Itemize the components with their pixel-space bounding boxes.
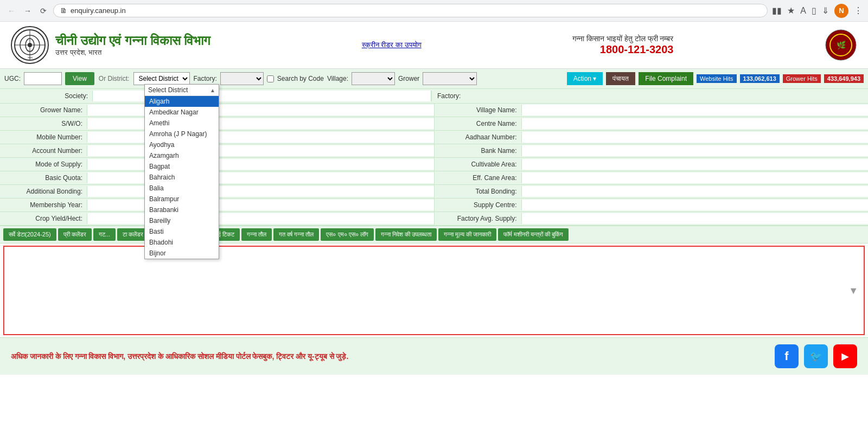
- grower-label: Grower: [398, 75, 419, 82]
- district-list-item[interactable]: Ayodhya: [145, 139, 219, 150]
- tab-button-1[interactable]: प्री कलेंडर: [58, 228, 92, 241]
- factory-select[interactable]: [220, 72, 264, 85]
- ugc-label: UGC:: [4, 75, 21, 82]
- toll-free-number: 1800-121-3203: [572, 43, 673, 56]
- district-list-item[interactable]: Barabanki: [145, 204, 219, 215]
- site-header: भारत चीनी उद्योग एवं गन्ना विकास विभाग उ…: [0, 22, 868, 69]
- download-icon[interactable]: ⇓: [822, 5, 829, 16]
- tab-button-0[interactable]: सर्वे डेटा(2024-25): [3, 228, 56, 241]
- tab-button-10[interactable]: गन्ना मूल्य की जानकारी: [438, 228, 496, 241]
- tab-button-8[interactable]: एस० एम० एस० लॉग: [321, 228, 373, 241]
- back-button[interactable]: ←: [5, 4, 17, 17]
- forward-button[interactable]: →: [22, 4, 34, 17]
- form-area: Society: Factory: Grower Name: Village N…: [0, 89, 868, 226]
- youtube-icon[interactable]: ▶: [833, 344, 857, 368]
- site-title: चीनी उद्योग एवं गन्ना विकास विभाग उत्तर …: [55, 33, 210, 57]
- factory-label: Factory:: [193, 75, 216, 82]
- scroll-arrow-icon: ▲: [210, 87, 215, 93]
- factory-form-label: Factory:: [437, 92, 461, 100]
- tab-button-11[interactable]: फॉर्म मशीनरी यन्त्रों की बुकिंग: [498, 228, 569, 241]
- url-text: enquiry.caneup.in: [71, 7, 126, 15]
- menu-icon[interactable]: ⋮: [854, 5, 863, 16]
- district-list-item[interactable]: Bijnor: [145, 248, 219, 259]
- site-icon: 🗎: [60, 7, 67, 15]
- search-by-code-checkbox[interactable]: [267, 75, 274, 82]
- right-logo: 🌿: [825, 29, 857, 61]
- dept-subtitle: उत्तर प्रदेश, भारत: [55, 48, 210, 57]
- grower-hits-value: 433,649,943: [824, 74, 864, 83]
- grower-select[interactable]: [423, 72, 477, 85]
- social-icons: f 🐦 ▶: [775, 344, 857, 368]
- district-list-item[interactable]: Amroha (J P Nagar): [145, 129, 219, 139]
- or-district-label: Or District:: [99, 75, 130, 82]
- screen-reader-link[interactable]: स्क्रीन रीडर का उपयोग: [362, 41, 422, 49]
- browser-profile[interactable]: N: [834, 4, 848, 18]
- tabs-row: सर्वे डेटा(2024-25)प्री कलेंडरगट...टा कल…: [0, 226, 868, 243]
- svg-text:🌿: 🌿: [836, 41, 846, 50]
- district-list-item[interactable]: Balia: [145, 183, 219, 194]
- complaint-button[interactable]: File Complaint: [639, 72, 693, 85]
- district-list-item[interactable]: Basti: [145, 226, 219, 237]
- tab-button-6[interactable]: गन्ना तौल: [241, 228, 272, 241]
- dropdown-title: Select District: [148, 86, 188, 94]
- site-logo: भारत: [11, 26, 49, 64]
- district-list[interactable]: AligarhAmbedkar NagarAmethiAmroha (J P N…: [145, 96, 219, 259]
- district-dropdown: Select District ▲ AligarhAmbedkar NagarA…: [144, 84, 219, 259]
- action-button[interactable]: Action ▾: [567, 72, 603, 85]
- browser-chrome: ← → ⟳ 🗎 enquiry.caneup.in ▮▮ ★ A ▯ ⇓ N ⋮: [0, 0, 868, 22]
- panchayat-button[interactable]: पंचायत: [606, 72, 635, 85]
- dropdown-header: Select District ▲: [145, 85, 219, 96]
- district-list-item[interactable]: Bahraich: [145, 172, 219, 183]
- address-bar[interactable]: 🗎 enquiry.caneup.in: [53, 4, 768, 17]
- browser-icons: ▮▮ ★ A ▯ ⇓ N ⋮: [772, 4, 863, 18]
- grower-hits-label: Grower Hits: [783, 74, 821, 83]
- district-list-item[interactable]: Balrampur: [145, 194, 219, 204]
- search-by-code-label: Search by Code: [277, 75, 324, 82]
- district-list-item[interactable]: Bareilly: [145, 215, 219, 226]
- district-select[interactable]: Select District: [133, 72, 190, 85]
- village-select[interactable]: [352, 72, 395, 85]
- district-list-item[interactable]: Ambedkar Nagar: [145, 107, 219, 118]
- svg-point-5: [28, 43, 32, 47]
- toll-free-label: गन्ना किसान भाइयों हेतु टोल फ्री नम्बर: [572, 34, 673, 43]
- district-list-item[interactable]: Bhadohi: [145, 237, 219, 248]
- district-list-item[interactable]: Amethi: [145, 118, 219, 129]
- cast-icon[interactable]: ▮▮: [772, 5, 782, 16]
- tab-button-9[interactable]: गन्ना निवेश की उपलब्धता: [375, 228, 437, 241]
- twitter-icon[interactable]: 🐦: [804, 344, 828, 368]
- hits-area: Website Hits 133,062,613 Grower Hits 433…: [697, 74, 864, 83]
- toll-free-area: गन्ना किसान भाइयों हेतु टोल फ्री नम्बर 1…: [572, 34, 673, 56]
- website-hits-value: 133,062,613: [740, 74, 780, 83]
- village-label: Village:: [327, 75, 348, 82]
- reload-button[interactable]: ⟳: [38, 4, 49, 17]
- content-area: ▼: [3, 246, 865, 335]
- ugc-input[interactable]: [24, 72, 62, 85]
- font-icon[interactable]: A: [800, 6, 806, 16]
- footer: अधिक जानकारी के लिए गन्ना विकास विभाग, उ…: [0, 337, 868, 375]
- logo-area: भारत चीनी उद्योग एवं गन्ना विकास विभाग उ…: [11, 26, 210, 64]
- district-list-item[interactable]: Bagpat: [145, 161, 219, 172]
- extensions-icon[interactable]: ▯: [812, 5, 816, 16]
- website-hits-label: Website Hits: [697, 74, 737, 83]
- facebook-icon[interactable]: f: [775, 344, 799, 368]
- tab-button-2[interactable]: गट...: [93, 228, 116, 241]
- footer-text: अधिक जानकारी के लिए गन्ना विकास विभाग, उ…: [11, 352, 764, 361]
- district-list-item[interactable]: Aligarh: [145, 96, 219, 107]
- view-button[interactable]: View: [65, 72, 94, 85]
- bookmark-icon[interactable]: ★: [787, 5, 795, 16]
- tab-button-7[interactable]: गत वर्ष गन्ना तौल: [273, 228, 319, 241]
- toolbar: UGC: View Or District: Select District F…: [0, 69, 868, 89]
- dept-title: चीनी उद्योग एवं गन्ना विकास विभाग: [55, 33, 210, 48]
- district-list-item[interactable]: Azamgarh: [145, 150, 219, 161]
- svg-text:भारत: भारत: [28, 56, 33, 59]
- society-label: Society:: [5, 92, 92, 100]
